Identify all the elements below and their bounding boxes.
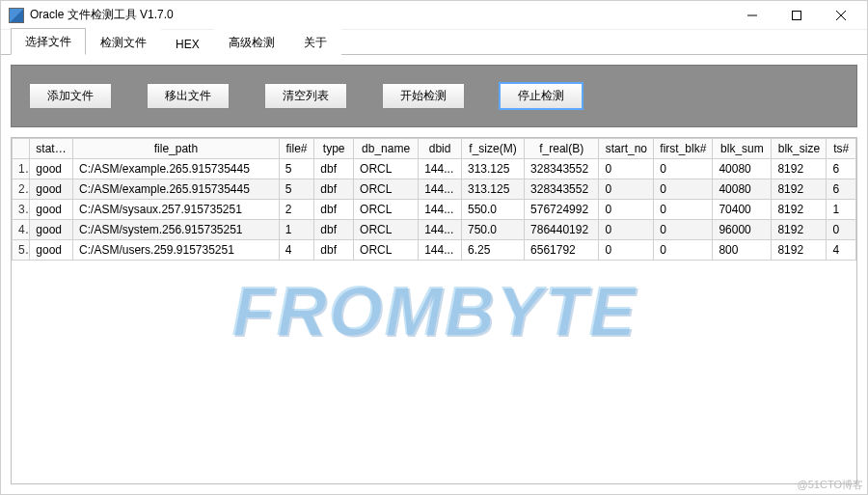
stop-check-button[interactable]: 停止检测 [500, 83, 583, 109]
cell-f-size: 313.125 [461, 159, 524, 179]
cell-dbid: 144... [419, 159, 462, 179]
cell-blk-sum: 70400 [713, 200, 772, 220]
cell-type: dbf [314, 159, 354, 179]
cell-start-no: 0 [599, 240, 654, 261]
cell-file-path: C:/ASM/example.265.915735445 [73, 159, 280, 179]
cell-f-size: 550.0 [461, 200, 524, 220]
cell-file-no: 2 [279, 200, 314, 220]
col-status[interactable]: status [30, 139, 73, 159]
cell-ts-no: 1 [827, 200, 856, 220]
minimize-button[interactable] [730, 1, 774, 30]
cell-file-no: 5 [279, 179, 314, 200]
clear-list-button[interactable]: 清空列表 [264, 83, 347, 109]
tab-label: 关于 [304, 36, 327, 49]
start-check-button[interactable]: 开始检测 [382, 83, 465, 109]
cell-status: good [30, 179, 73, 200]
add-file-button[interactable]: 添加文件 [29, 83, 112, 109]
cell-first-blk: 0 [654, 159, 713, 179]
cell-blk-size: 8192 [772, 179, 827, 200]
cell-file-path: C:/ASM/system.256.915735251 [73, 220, 280, 240]
cell-first-blk: 0 [654, 220, 713, 240]
col-blk-sum[interactable]: blk_sum [713, 139, 772, 159]
cell-db-name: ORCL [354, 240, 419, 261]
cell-status: good [30, 220, 73, 240]
tab-check-file[interactable]: 检测文件 [86, 29, 161, 55]
toolbar-container: 添加文件 移出文件 清空列表 开始检测 停止检测 [1, 55, 867, 137]
col-rownum[interactable] [13, 139, 30, 159]
col-db-name[interactable]: db_name [354, 139, 419, 159]
cell-f-real: 786440192 [525, 220, 599, 240]
col-blk-size[interactable]: blk_size [772, 139, 827, 159]
tab-advanced[interactable]: 高级检测 [214, 29, 289, 55]
cell-blk-sum: 40080 [713, 159, 772, 179]
table-row[interactable]: 5goodC:/ASM/users.259.9157352514dbfORCL1… [13, 240, 856, 261]
cell-type: dbf [314, 220, 354, 240]
col-ts-no[interactable]: ts# [827, 139, 856, 159]
cell-blk-sum: 40080 [713, 179, 772, 200]
remove-file-button[interactable]: 移出文件 [147, 83, 230, 109]
cell-ts-no: 6 [827, 159, 856, 179]
col-file-path[interactable]: file_path [73, 139, 280, 159]
cell-file-path: C:/ASM/sysaux.257.915735251 [73, 200, 280, 220]
watermark: FROMBYTE [231, 271, 637, 350]
cell-db-name: ORCL [354, 200, 419, 220]
cell-f-size: 750.0 [461, 220, 524, 240]
cell-first-blk: 0 [654, 200, 713, 220]
rownum: 2 [13, 179, 30, 200]
app-icon [9, 8, 24, 23]
cell-blk-size: 8192 [772, 159, 827, 179]
cell-dbid: 144... [419, 240, 462, 261]
cell-ts-no: 6 [827, 179, 856, 200]
cell-status: good [30, 240, 73, 261]
rownum: 3 [13, 200, 30, 220]
table-body: 1goodC:/ASM/example.265.9157354455dbfORC… [13, 159, 856, 261]
cell-status: good [30, 200, 73, 220]
tab-bar: 选择文件 检测文件 HEX 高级检测 关于 [1, 30, 867, 55]
rownum: 4 [13, 220, 30, 240]
cell-start-no: 0 [599, 220, 654, 240]
table-row[interactable]: 2goodC:/ASM/example.265.9157354455dbfORC… [13, 179, 856, 200]
table-row[interactable]: 4goodC:/ASM/system.256.9157352511dbfORCL… [13, 220, 856, 240]
cell-file-path: C:/ASM/users.259.915735251 [73, 240, 280, 261]
cell-db-name: ORCL [354, 159, 419, 179]
cell-type: dbf [314, 240, 354, 261]
col-start-no[interactable]: start_no [599, 139, 654, 159]
col-dbid[interactable]: dbid [419, 139, 462, 159]
table-container[interactable]: FROMBYTE status file_path file# type db_… [11, 137, 857, 484]
cell-blk-size: 8192 [772, 220, 827, 240]
table-header: status file_path file# type db_name dbid… [13, 139, 856, 159]
cell-blk-sum: 800 [713, 240, 772, 261]
col-file-no[interactable]: file# [279, 139, 314, 159]
cell-f-real: 328343552 [525, 179, 599, 200]
table-row[interactable]: 3goodC:/ASM/sysaux.257.9157352512dbfORCL… [13, 200, 856, 220]
cell-dbid: 144... [419, 220, 462, 240]
cell-status: good [30, 159, 73, 179]
file-table: status file_path file# type db_name dbid… [12, 138, 856, 261]
cell-blk-size: 8192 [772, 240, 827, 261]
minimize-icon [747, 11, 757, 20]
cell-ts-no: 0 [827, 220, 856, 240]
close-icon [836, 11, 846, 20]
cell-first-blk: 0 [654, 240, 713, 261]
table-row[interactable]: 1goodC:/ASM/example.265.9157354455dbfORC… [13, 159, 856, 179]
col-first-blk[interactable]: first_blk# [654, 139, 713, 159]
cell-blk-sum: 96000 [713, 220, 772, 240]
tab-about[interactable]: 关于 [289, 29, 341, 55]
cell-f-real: 328343552 [525, 159, 599, 179]
tab-label: 高级检测 [229, 36, 275, 49]
close-button[interactable] [819, 1, 863, 30]
col-type[interactable]: type [314, 139, 354, 159]
col-f-size[interactable]: f_size(M) [461, 139, 524, 159]
cell-dbid: 144... [419, 200, 462, 220]
cell-file-no: 1 [279, 220, 314, 240]
rownum: 5 [13, 240, 30, 261]
cell-start-no: 0 [599, 179, 654, 200]
cell-start-no: 0 [599, 159, 654, 179]
tab-hex[interactable]: HEX [161, 32, 214, 55]
cell-f-size: 313.125 [461, 179, 524, 200]
tab-select-file[interactable]: 选择文件 [11, 28, 86, 55]
col-f-real[interactable]: f_real(B) [525, 139, 599, 159]
cell-file-path: C:/ASM/example.265.915735445 [73, 179, 280, 200]
cell-f-size: 6.25 [461, 240, 524, 261]
maximize-button[interactable] [774, 1, 819, 30]
